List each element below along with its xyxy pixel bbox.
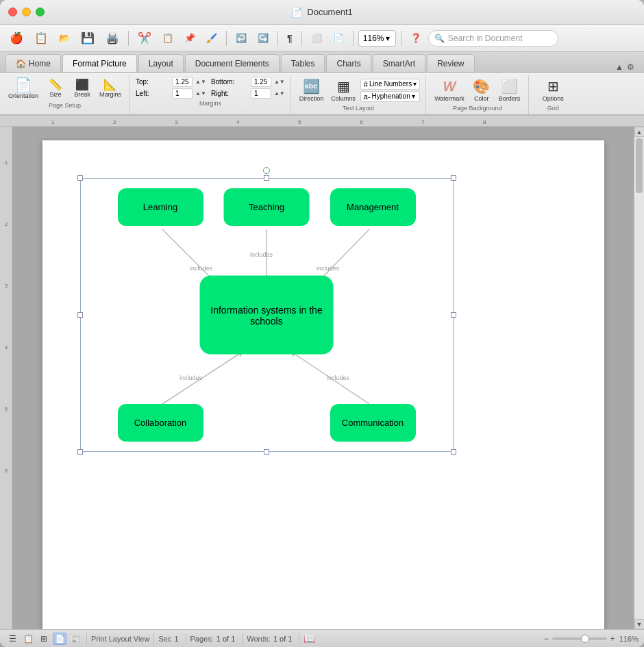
zoom-percent-label: 116%	[619, 635, 639, 643]
zoom-in-icon[interactable]: +	[610, 634, 615, 644]
node-communication[interactable]: Communication	[330, 404, 416, 442]
node-learning[interactable]: Learning	[118, 188, 203, 226]
zoom-out-icon[interactable]: −	[544, 634, 549, 644]
new-button[interactable]: 📋	[30, 29, 52, 48]
bottom-spinner-icon: ▲▼	[274, 79, 285, 85]
scroll-thumb[interactable]	[636, 138, 643, 193]
window-title: 📄 Document1	[291, 7, 352, 18]
node-management[interactable]: Management	[330, 188, 416, 226]
communication-label: Communication	[342, 418, 404, 428]
zoom-slider-track[interactable]	[552, 637, 607, 640]
ribbon-options-button[interactable]: ⚙	[627, 62, 634, 72]
maximize-button[interactable]	[36, 8, 45, 16]
watermark-button[interactable]: W Watermark	[432, 77, 467, 103]
toolbar-sep-6	[401, 31, 401, 46]
right-label: Right:	[211, 90, 249, 97]
text-layout-section-label: Text Layout	[343, 105, 374, 112]
svg-text:4: 4	[236, 119, 240, 125]
text-layout-items: 🔤 Direction ▦ Columns # Line Numbers ▾	[297, 77, 420, 105]
minimize-button[interactable]	[22, 8, 31, 16]
columns-button[interactable]: ▦ Columns	[328, 77, 358, 103]
view-button[interactable]: ⬜	[307, 29, 326, 48]
options-button[interactable]: ⊞ Options	[540, 77, 567, 103]
print-button[interactable]: 🖨️	[101, 29, 123, 48]
size-button[interactable]: 📏 Size	[43, 78, 68, 99]
tab-charts[interactable]: Charts	[326, 54, 371, 72]
right-spinner-icon: ▲▼	[274, 90, 285, 97]
tab-format-picture[interactable]: Format Picture	[62, 54, 137, 72]
view-btn-5[interactable]: 📰	[69, 633, 82, 645]
left-label: Left:	[136, 90, 170, 97]
collaboration-label: Collaboration	[134, 418, 187, 428]
left-value: 1	[172, 88, 193, 99]
scroll-down-button[interactable]: ▼	[634, 619, 645, 629]
paste-button[interactable]: 📌	[180, 29, 199, 48]
left-spinner-icon: ▲▼	[195, 90, 206, 97]
zoom-slider-area[interactable]: − +	[544, 634, 615, 644]
zoom-value: 116%	[363, 34, 384, 43]
tab-home[interactable]: 🏠 Home	[5, 54, 61, 72]
size-icon: 📏	[49, 79, 62, 90]
pages-label: Pages:	[190, 635, 214, 643]
vertical-scrollbar[interactable]: ▲ ▼	[634, 127, 644, 629]
scroll-track[interactable]	[634, 137, 644, 619]
svg-text:3: 3	[4, 283, 8, 289]
tab-smartart[interactable]: SmartArt	[373, 54, 425, 72]
tab-tables[interactable]: Tables	[281, 54, 325, 72]
view-btn-1[interactable]: ☰	[5, 633, 19, 645]
hyphenation-arrow: ▾	[412, 92, 415, 100]
app-window: 📄 Document1 🍎 📋 📂 💾 🖨️ ✂️ 📋 📌 🖌️ ↩️ ↪️ ¶…	[0, 0, 644, 647]
view-btn-2[interactable]: 📋	[21, 633, 35, 645]
margins-button[interactable]: 📐 Margins	[97, 78, 124, 99]
zoom-selector[interactable]: 116% ▾	[358, 30, 396, 47]
toolbar-sep-2	[226, 31, 227, 46]
tab-review-label: Review	[437, 59, 464, 68]
borders-button[interactable]: ⬜ Borders	[496, 77, 523, 103]
collapse-ribbon-button[interactable]: ▲	[615, 62, 623, 72]
page-area: includes includes includes includes incl…	[12, 127, 634, 629]
view-btn-4[interactable]: 📄	[53, 633, 66, 645]
tab-review[interactable]: Review	[427, 54, 474, 72]
search-placeholder: Search in Document	[448, 34, 523, 43]
pages-button[interactable]: 📄	[329, 29, 348, 48]
words-value: 1 of 1	[273, 635, 293, 643]
view-btn-3[interactable]: ⊞	[37, 633, 51, 645]
rotation-handle[interactable]	[263, 167, 270, 174]
top-label: Top:	[136, 78, 170, 86]
break-button[interactable]: ⬛ Break	[70, 78, 95, 99]
hyphenation-button[interactable]: a- Hyphenation ▾	[360, 91, 420, 102]
apple-menu-button[interactable]: 🍎	[5, 29, 27, 48]
help-button[interactable]: ❓	[406, 29, 425, 48]
tab-layout[interactable]: Layout	[138, 54, 184, 72]
node-center[interactable]: Information systems in the schools	[200, 276, 334, 355]
format-painter-button[interactable]: 🖌️	[202, 29, 221, 48]
tab-document-elements[interactable]: Document Elements	[185, 54, 280, 72]
teaching-label: Teaching	[249, 202, 284, 212]
close-button[interactable]	[8, 8, 17, 16]
page-color-button[interactable]: 🎨 Color	[469, 77, 494, 103]
line-numbers-button[interactable]: # Line Numbers ▾	[360, 79, 420, 90]
search-document-box[interactable]: 🔍 Search in Document	[428, 30, 558, 47]
zoom-slider-thumb[interactable]	[581, 635, 589, 643]
scroll-up-button[interactable]: ▲	[634, 127, 645, 137]
copy-button[interactable]: 📋	[158, 29, 177, 48]
smartart-container[interactable]: includes includes includes includes incl…	[80, 178, 454, 452]
node-teaching[interactable]: Teaching	[224, 188, 310, 226]
node-collaboration[interactable]: Collaboration	[118, 404, 203, 442]
options-icon: ⊞	[547, 78, 559, 94]
undo-button[interactable]: ↩️	[232, 29, 251, 48]
cut-button[interactable]: ✂️	[134, 29, 156, 48]
toolbar-sep-3	[277, 31, 278, 46]
ribbon-section-margins-values: Top: 1.25 ▲▼ Bottom: 1.25 ▲▼ Left: 1 ▲▼ …	[130, 75, 291, 114]
color-label: Color	[474, 95, 489, 102]
paragraph-marks-button[interactable]: ¶	[283, 29, 297, 48]
redo-button[interactable]: ↪️	[253, 29, 273, 48]
columns-label: Columns	[331, 95, 356, 102]
dictionary-icon[interactable]: 📖	[304, 633, 315, 644]
open-button[interactable]: 📂	[55, 29, 74, 48]
save-button[interactable]: 💾	[77, 29, 99, 48]
size-label: Size	[49, 91, 62, 98]
svg-text:1: 1	[4, 160, 8, 166]
orientation-button[interactable]: 📄 Orientation	[5, 77, 41, 101]
direction-button[interactable]: 🔤 Direction	[297, 77, 327, 103]
